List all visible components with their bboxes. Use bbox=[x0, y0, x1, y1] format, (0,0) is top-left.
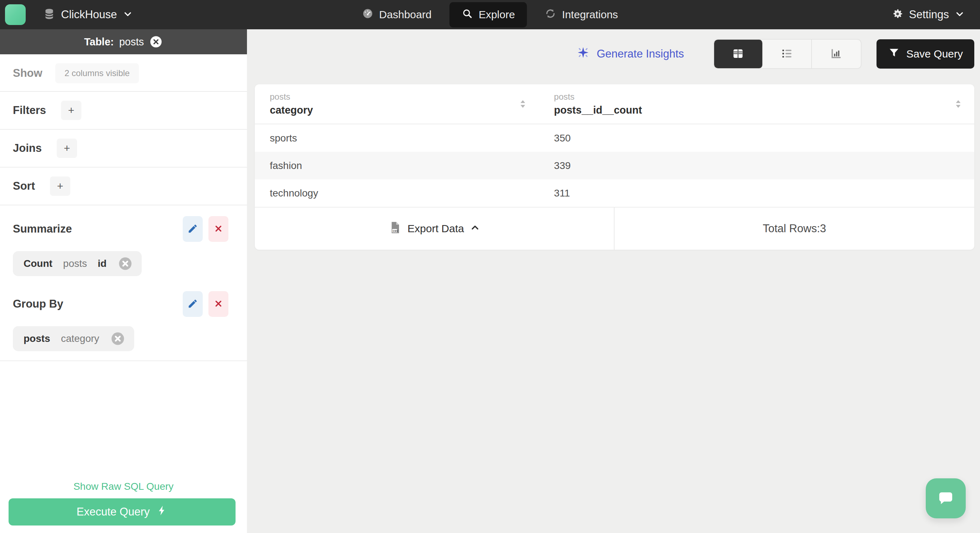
query-builder-sidebar: Table: posts Show 2 columns visible Filt… bbox=[0, 29, 247, 533]
dashboard-gauge-icon bbox=[362, 8, 373, 22]
execute-query-label: Execute Query bbox=[76, 506, 150, 519]
nav-item-label: Integrations bbox=[562, 9, 618, 21]
table-header-name: posts bbox=[119, 36, 144, 48]
save-query-button[interactable]: Save Query bbox=[877, 39, 974, 69]
table-footer: CSV Export Data Total Rows:3 bbox=[255, 207, 974, 250]
pencil-icon bbox=[187, 223, 198, 235]
app-root: ClickHouse Dashboard bbox=[0, 0, 980, 533]
columns-visible-chip[interactable]: 2 columns visible bbox=[55, 63, 139, 83]
pencil-icon bbox=[187, 298, 198, 310]
summarize-chip: Count posts id bbox=[13, 251, 142, 276]
lightning-bolt-icon bbox=[156, 505, 168, 519]
group-by-actions bbox=[183, 291, 228, 317]
joins-label: Joins bbox=[13, 142, 42, 155]
csv-file-icon: CSV bbox=[388, 221, 402, 237]
list-icon bbox=[780, 47, 794, 61]
column-name-label: posts__id__count bbox=[554, 104, 974, 116]
gear-icon bbox=[891, 8, 904, 21]
divider bbox=[0, 361, 247, 361]
nav-item-label: Dashboard bbox=[379, 9, 431, 21]
table-body: sports 350 fashion 339 technology 311 bbox=[255, 124, 974, 207]
summarize-table: posts bbox=[63, 258, 87, 270]
chart-view-toggle[interactable] bbox=[812, 40, 861, 68]
table-cell: 339 bbox=[539, 160, 974, 171]
brand-name: ClickHouse bbox=[61, 8, 117, 21]
export-data-button[interactable]: CSV Export Data bbox=[388, 221, 480, 237]
summarize-label: Summarize bbox=[13, 223, 183, 235]
database-selector[interactable]: ClickHouse bbox=[43, 8, 133, 22]
group-by-chip: posts category bbox=[13, 326, 134, 351]
top-nav: ClickHouse Dashboard bbox=[0, 0, 980, 29]
settings-label: Settings bbox=[909, 8, 949, 21]
remove-summarize-chip-button[interactable] bbox=[118, 256, 133, 271]
x-icon bbox=[214, 224, 223, 235]
table-row[interactable]: sports 350 bbox=[255, 124, 974, 152]
group-by-column: category bbox=[61, 333, 99, 345]
column-header-posts-id-count[interactable]: posts posts__id__count bbox=[539, 84, 974, 124]
show-label: Show bbox=[13, 67, 43, 80]
app-logo bbox=[5, 4, 26, 25]
column-group-label: posts bbox=[554, 92, 974, 102]
table-row[interactable]: technology 311 bbox=[255, 179, 974, 207]
sort-toggle-icon[interactable] bbox=[951, 96, 966, 112]
remove-group-by-button[interactable] bbox=[208, 291, 228, 317]
list-view-toggle[interactable] bbox=[763, 40, 812, 68]
table-header: Table: posts bbox=[0, 29, 247, 54]
remove-summarize-button[interactable] bbox=[208, 216, 228, 242]
results-toolbar: Generate Insights bbox=[576, 38, 974, 69]
chevron-down-icon bbox=[954, 9, 965, 21]
filters-label: Filters bbox=[13, 104, 46, 117]
chevron-up-icon bbox=[470, 222, 480, 235]
nav-item-integrations[interactable]: Integrations bbox=[543, 3, 620, 27]
column-name-label: category bbox=[270, 104, 539, 116]
save-query-label: Save Query bbox=[907, 48, 963, 60]
total-rows-label: Total Rows:3 bbox=[763, 222, 826, 235]
summarize-section: Summarize bbox=[0, 206, 247, 286]
group-by-header: Group By bbox=[0, 286, 247, 317]
total-rows-cell: Total Rows:3 bbox=[614, 207, 974, 250]
generate-insights-label: Generate Insights bbox=[597, 48, 684, 61]
show-raw-sql-link[interactable]: Show Raw SQL Query bbox=[0, 481, 247, 492]
add-join-button[interactable]: + bbox=[57, 139, 77, 158]
nav-item-explore[interactable]: Explore bbox=[449, 2, 527, 27]
edit-summarize-button[interactable] bbox=[183, 216, 203, 242]
results-area: Generate Insights bbox=[247, 29, 980, 533]
column-header-category[interactable]: posts category bbox=[255, 84, 539, 124]
summarize-header: Summarize bbox=[0, 206, 247, 242]
table-header-prefix: Table: bbox=[84, 36, 114, 48]
chevron-down-icon bbox=[123, 9, 133, 21]
sort-section: Sort + bbox=[0, 168, 247, 205]
table-cell: 311 bbox=[539, 188, 974, 199]
group-by-section: Group By bbox=[0, 286, 247, 361]
generate-insights-link[interactable]: Generate Insights bbox=[576, 45, 684, 62]
table-row[interactable]: fashion 339 bbox=[255, 152, 974, 179]
bar-chart-icon bbox=[829, 47, 843, 61]
show-section: Show 2 columns visible bbox=[0, 54, 247, 91]
search-icon bbox=[461, 8, 473, 22]
table-grid-icon bbox=[731, 47, 745, 61]
database-icon bbox=[43, 8, 56, 22]
chat-widget-button[interactable] bbox=[926, 478, 966, 519]
speech-bubble-icon bbox=[935, 488, 956, 509]
execute-query-button[interactable]: Execute Query bbox=[9, 498, 235, 525]
nav-item-dashboard[interactable]: Dashboard bbox=[360, 3, 434, 27]
table-cell: 350 bbox=[539, 132, 974, 144]
remove-group-by-chip-button[interactable] bbox=[110, 331, 126, 346]
sort-toggle-icon[interactable] bbox=[515, 96, 530, 112]
summarize-agg: Count bbox=[24, 258, 52, 270]
export-cell: CSV Export Data bbox=[255, 207, 614, 250]
table-header-row: posts category posts posts__id__count bbox=[255, 84, 974, 124]
sync-icon bbox=[545, 8, 556, 22]
svg-text:CSV: CSV bbox=[393, 229, 398, 232]
table-cell: fashion bbox=[255, 160, 539, 171]
edit-group-by-button[interactable] bbox=[183, 291, 203, 317]
remove-table-button[interactable] bbox=[149, 35, 163, 49]
nav-item-label: Explore bbox=[479, 9, 515, 21]
table-view-toggle[interactable] bbox=[714, 40, 763, 68]
table-cell: technology bbox=[255, 188, 539, 199]
nav-left: ClickHouse bbox=[0, 4, 133, 25]
add-sort-button[interactable]: + bbox=[50, 177, 70, 196]
filters-section: Filters + bbox=[0, 92, 247, 129]
add-filter-button[interactable]: + bbox=[61, 101, 81, 120]
settings-menu[interactable]: Settings bbox=[891, 8, 980, 21]
